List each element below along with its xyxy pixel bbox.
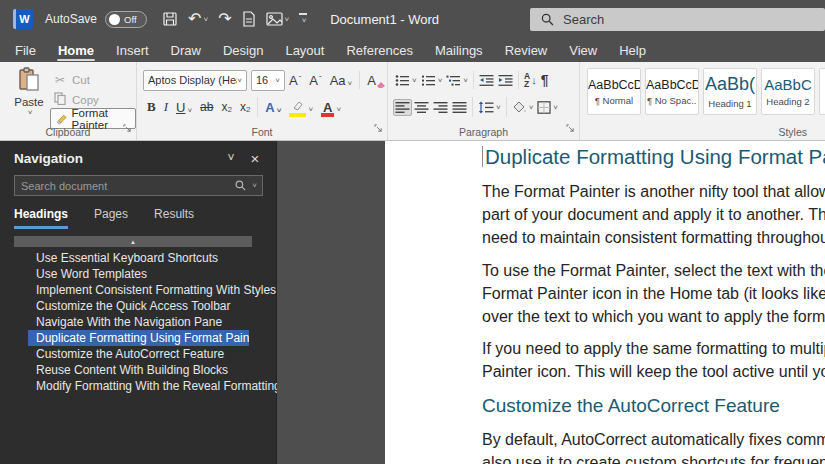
navigation-tabs: Headings Pages Results [14,207,220,229]
navigation-pane: Navigation ˅ × Search document ˅ Heading… [0,141,277,464]
tab-pages[interactable]: Pages [94,207,128,229]
main-area: Navigation ˅ × Search document ˅ Heading… [0,141,825,464]
increase-indent-button[interactable] [496,72,515,89]
text-effects-button[interactable]: A˅ [261,99,285,116]
style-no-spacing[interactable]: AaBbCcD ¶ No Spac... [645,68,699,115]
autosave-toggle[interactable]: Off [105,11,147,28]
paste-label: Paste [14,96,43,108]
show-hide-marks-button[interactable]: ¶ [539,70,551,90]
tab-design[interactable]: Design [212,38,274,62]
font-dialog-launcher[interactable] [374,119,383,137]
tab-help[interactable]: Help [608,38,657,62]
style-heading-1[interactable]: AaBb( Heading 1 [703,68,757,115]
heading-item[interactable]: Customize the Quick Access Toolbar [0,298,277,314]
tab-review[interactable]: Review [494,38,559,62]
font-color-button[interactable]: A ˅ [317,100,345,115]
numbered-list-button[interactable]: ˅ [419,72,445,89]
cut-button[interactable]: ✂ Cut [52,70,99,90]
paragraph-group-label: Paragraph [388,126,579,138]
font-group: Aptos Display (Head ˅ 16 ˅ Aˆ Aˇ Aa˅ [137,62,388,140]
paragraph: To use the Format Painter, select the te… [482,259,825,329]
undo-button[interactable]: ↶ ˅ [183,6,213,32]
underline-button[interactable]: U ˅ [172,99,196,116]
tab-headings[interactable]: Headings [14,207,68,229]
picture-icon[interactable]: ˅ [261,6,295,32]
heading-item[interactable]: Reuse Content With Building Blocks [0,362,277,378]
align-center-button[interactable] [412,99,431,116]
sort-button[interactable]: AZ ↓ [522,70,539,90]
paste-button[interactable]: Paste ˅ [10,67,48,129]
clipboard-dialog-launcher[interactable] [123,119,132,137]
heading-item[interactable]: Implement Consistent Formatting With Sty… [0,282,277,298]
format-painter-icon [57,112,68,126]
tab-view[interactable]: View [558,38,608,62]
highlighter-icon [289,101,306,114]
paragraph-dialog-launcher[interactable] [566,119,575,137]
up-triangle-icon: ▲ [130,239,136,245]
font-size-combo[interactable]: 16 ˅ [251,70,285,91]
shading-icon [512,101,527,114]
print-preview-icon[interactable] [237,6,261,32]
style-normal[interactable]: AaBbCcD ¶ Normal [587,68,641,115]
heading-item[interactable]: Modify Formatting With the Reveal Format… [0,378,277,394]
bold-button[interactable]: B [143,98,160,116]
align-left-button[interactable] [393,99,412,116]
italic-button[interactable]: I [160,98,172,116]
paragraph-group: ˅ ˅ ˅ [388,62,580,140]
tab-references[interactable]: References [335,38,423,62]
align-right-button[interactable] [431,99,450,116]
navigation-options-chevron-icon[interactable]: ˅ [220,151,242,165]
heading-item[interactable]: Use Essential Keyboard Shortcuts [0,250,277,266]
heading-item[interactable]: Navigate With the Navigation Pane [0,314,277,330]
tab-results[interactable]: Results [154,207,194,229]
headings-scroll-up-button[interactable]: ▲ [14,236,252,247]
change-case-button[interactable]: Aa˅ [326,72,357,89]
heading-item[interactable]: Customize the AutoCorrect Feature [0,346,277,362]
style-heading-2[interactable]: AaBbC Heading 2 [761,68,815,115]
heading-item[interactable]: Use Word Templates [0,266,277,282]
save-icon[interactable] [157,6,183,32]
shading-button[interactable]: ˅ [510,99,536,116]
document-page[interactable]: Duplicate Formatting Using Format Painte… [385,141,825,464]
font-group-label: Font [137,126,387,138]
highlight-color-button[interactable]: ˅ [285,100,317,115]
tab-file[interactable]: File [4,38,47,62]
tab-insert[interactable]: Insert [105,38,160,62]
strikethrough-button[interactable]: ab [196,99,217,115]
decrease-indent-button[interactable] [477,72,496,89]
tab-home[interactable]: Home [47,38,105,62]
autosave-label: AutoSave [45,12,97,26]
navigation-close-icon[interactable]: × [244,150,266,167]
justify-button[interactable] [450,99,469,116]
multilevel-list-button[interactable]: ˅ [444,72,470,89]
bullet-list-button[interactable]: ˅ [393,72,419,89]
tab-draw[interactable]: Draw [160,38,212,62]
grow-font-button[interactable]: Aˆ [285,72,305,89]
headings-list: Use Essential Keyboard Shortcuts Use Wor… [0,250,277,394]
ribbon: Paste ˅ ✂ Cut Copy [0,62,825,141]
document-title: Document1 - Word [330,12,439,27]
clear-formatting-button[interactable]: A [363,72,389,89]
document-heading-2: Customize the AutoCorrect Feature [482,393,825,419]
line-spacing-icon [478,101,494,114]
redo-button[interactable]: ↷ [213,6,236,32]
font-name-combo[interactable]: Aptos Display (Head ˅ [143,70,247,91]
heading-item-selected[interactable]: Duplicate Formatting Using Format Painte… [28,330,249,346]
style-heading-3[interactable]: A H [819,68,825,115]
superscript-button[interactable]: x2 [236,99,254,115]
align-center-icon [414,101,429,114]
tab-layout[interactable]: Layout [274,38,335,62]
subscript-button[interactable]: x2 [217,99,235,115]
shrink-font-button[interactable]: Aˇ [305,72,325,89]
navigation-search-input[interactable]: Search document ˅ [14,175,263,196]
line-spacing-button[interactable]: ˅ [476,99,503,116]
word-logo-icon: W [13,9,33,29]
clipboard-group: Paste ˅ ✂ Cut Copy [0,62,137,140]
borders-button[interactable]: ˅ [535,99,560,116]
search-options-chevron-icon[interactable]: ˅ [252,181,257,190]
search-box[interactable]: Search [530,8,825,31]
multilevel-list-icon [446,74,461,87]
align-right-icon [433,101,448,114]
customize-toolbar-icon[interactable]: ˅ [294,6,312,32]
tab-mailings[interactable]: Mailings [424,38,494,62]
